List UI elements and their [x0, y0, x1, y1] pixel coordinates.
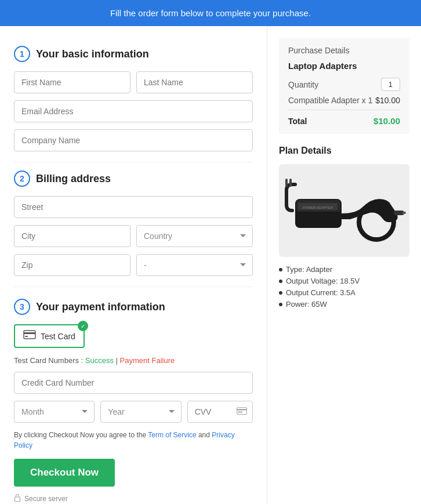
section-title-3: Your payment information [36, 301, 165, 313]
test-card-note: Test Card Numbers : Success | Payment Fa… [14, 356, 253, 365]
svg-rect-0 [24, 331, 35, 339]
spec-item-2: Output Current: 3.5A [279, 288, 409, 297]
spec-item-0: Type: Adapter [279, 265, 409, 274]
svg-rect-14 [285, 179, 288, 187]
card-option[interactable]: Test Card ✓ [14, 324, 85, 348]
svg-rect-6 [15, 497, 20, 502]
svg-text:POWER ADAPTER: POWER ADAPTER [302, 206, 333, 209]
bullet-1 [279, 280, 282, 283]
cvv-icon [237, 407, 247, 417]
page-wrapper: Fill the order form below to complete yo… [0, 0, 421, 504]
secure-label: Secure server [24, 495, 68, 503]
banner-text: Fill the order form below to complete yo… [110, 8, 311, 18]
spec-text-3: Power: 65W [286, 300, 327, 309]
billing-header: 2 Billing address [14, 171, 253, 187]
spec-text-0: Type: Adapter [286, 265, 332, 274]
month-select[interactable]: Month [14, 401, 95, 423]
secure-notice: Secure server [14, 494, 253, 503]
left-panel: 1 Your basic information 2 Billing addre… [0, 26, 267, 504]
expiry-cvv-row: Month Year [14, 401, 253, 423]
payment-header: 3 Your payment information [14, 299, 253, 315]
total-row: Total $10.00 [288, 110, 400, 126]
plan-details: Plan Details POWER ADAPTER [279, 146, 409, 309]
product-image: POWER ADAPTER [279, 164, 409, 257]
total-label: Total [288, 117, 307, 126]
zip-state-row: - [14, 254, 253, 276]
country-select[interactable]: Country [136, 225, 253, 247]
card-label: Test Card [41, 332, 75, 341]
state-select[interactable]: - [136, 254, 253, 276]
card-selected-check: ✓ [78, 321, 88, 331]
svg-rect-1 [24, 332, 35, 334]
svg-rect-2 [25, 336, 28, 337]
product-name: Laptop Adapters [288, 61, 400, 71]
basic-info-header: 1 Your basic information [14, 46, 253, 62]
quantity-label: Quantity [288, 80, 318, 89]
total-value: $10.00 [373, 116, 400, 126]
svg-rect-13 [402, 212, 406, 214]
email-input[interactable] [14, 100, 253, 122]
svg-rect-4 [237, 409, 246, 411]
section-number-2: 2 [14, 171, 30, 187]
year-select[interactable]: Year [100, 401, 181, 423]
section-title-2: Billing address [36, 173, 111, 185]
item-price-row: Compatible Adapter x 1 $10.00 [288, 96, 400, 105]
bullet-3 [279, 303, 282, 306]
bullet-0 [279, 268, 282, 271]
quantity-row: Quantity 1 [288, 78, 400, 91]
bullet-2 [279, 291, 282, 295]
section-title-1: Your basic information [36, 48, 149, 60]
svg-rect-15 [289, 179, 292, 187]
zip-input[interactable] [14, 254, 130, 276]
first-name-input[interactable] [14, 71, 130, 93]
purchase-details-title: Purchase Details [288, 46, 400, 55]
company-input[interactable] [14, 129, 253, 151]
name-row [14, 71, 253, 93]
divider-2 [14, 287, 253, 287]
success-link[interactable]: Success [85, 356, 114, 365]
test-card-label: Test Card Numbers : [14, 356, 83, 365]
item-label: Compatible Adapter x 1 [288, 96, 373, 105]
terms-text: By clicking Checkout Now you agree to th… [14, 430, 253, 451]
street-row [14, 196, 253, 218]
item-price: $10.00 [375, 96, 400, 105]
street-input[interactable] [14, 196, 253, 218]
main-content: 1 Your basic information 2 Billing addre… [0, 26, 421, 504]
company-row [14, 129, 253, 151]
spec-text-1: Output Voltage: 18.5V [286, 277, 360, 285]
city-input[interactable] [14, 225, 130, 247]
lock-icon [14, 494, 21, 503]
divider-1 [14, 162, 253, 162]
right-panel: Purchase Details Laptop Adapters Quantit… [267, 26, 421, 504]
email-row [14, 100, 253, 122]
cc-number-input[interactable] [14, 372, 253, 394]
spec-text-2: Output Current: 3.5A [286, 288, 355, 297]
quantity-value: 1 [381, 78, 400, 91]
svg-rect-5 [238, 412, 242, 413]
spec-item-1: Output Voltage: 18.5V [279, 277, 409, 285]
section-number-3: 3 [14, 299, 30, 315]
svg-rect-3 [237, 408, 246, 415]
plan-details-title: Plan Details [279, 146, 409, 156]
spec-item-3: Power: 65W [279, 300, 409, 309]
top-banner: Fill the order form below to complete yo… [0, 0, 421, 26]
cvv-wrap [187, 401, 253, 423]
section-number-1: 1 [14, 46, 30, 62]
cc-number-row [14, 372, 253, 394]
payment-section: 3 Your payment information Test Card ✓ [14, 299, 253, 423]
purchase-details-box: Purchase Details Laptop Adapters Quantit… [279, 38, 409, 134]
failure-link[interactable]: Payment Failure [120, 356, 175, 365]
last-name-input[interactable] [136, 71, 253, 93]
credit-card-icon [23, 330, 36, 342]
product-specs: Type: Adapter Output Voltage: 18.5V Outp… [279, 265, 409, 309]
tos-link[interactable]: Term of Service [148, 431, 196, 439]
city-country-row: Country [14, 225, 253, 247]
checkout-button[interactable]: Checkout Now [14, 459, 115, 487]
